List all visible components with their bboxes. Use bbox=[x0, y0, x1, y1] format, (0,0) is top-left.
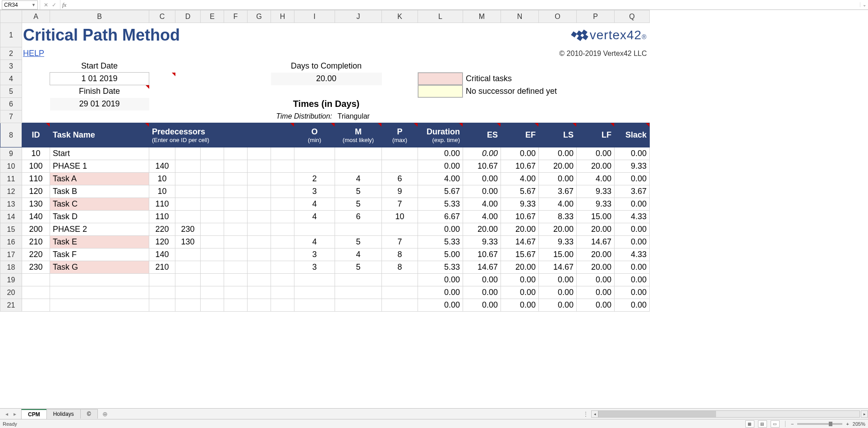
col-header[interactable]: G bbox=[248, 10, 271, 23]
cell-predecessor[interactable] bbox=[224, 274, 248, 286]
row-header[interactable]: 1 bbox=[0, 23, 22, 47]
row-header[interactable]: 6 bbox=[0, 98, 22, 110]
cell-ls[interactable]: 0.00 bbox=[539, 286, 577, 299]
cell-slack[interactable]: 0.00 bbox=[615, 236, 650, 249]
cell-ls[interactable]: 4.00 bbox=[539, 198, 577, 211]
cell-lf[interactable]: 0.00 bbox=[577, 299, 615, 312]
spreadsheet-grid[interactable]: A B C D E F G H I J K L M N O P Q 1 Crit… bbox=[0, 10, 650, 312]
cell-ls[interactable]: 0.00 bbox=[539, 147, 577, 160]
cell-ls[interactable]: 15.00 bbox=[539, 249, 577, 261]
col-header[interactable]: F bbox=[224, 10, 248, 23]
cell-lf[interactable]: 15.00 bbox=[577, 211, 615, 223]
row-header[interactable]: 11 bbox=[0, 173, 22, 185]
tab-nav[interactable]: ◂ ▸ bbox=[0, 411, 22, 417]
cell-predecessor[interactable]: 10 bbox=[149, 173, 175, 185]
cell-slack[interactable]: 0.00 bbox=[615, 147, 650, 160]
cell-slack[interactable]: 9.33 bbox=[615, 160, 650, 173]
cell-es[interactable]: 4.00 bbox=[463, 198, 501, 211]
cell-predecessor[interactable] bbox=[175, 160, 201, 173]
cell-predecessor[interactable]: 10 bbox=[149, 185, 175, 198]
cell-lf[interactable]: 0.00 bbox=[577, 274, 615, 286]
view-normal-icon[interactable]: ▦ bbox=[745, 420, 754, 428]
cell-predecessor[interactable] bbox=[224, 286, 248, 299]
cell-dur[interactable]: 5.33 bbox=[418, 198, 463, 211]
col-header[interactable]: J bbox=[335, 10, 382, 23]
scroll-right-icon[interactable]: ▸ bbox=[861, 410, 868, 418]
cell-predecessor[interactable]: 220 bbox=[149, 223, 175, 236]
cell-predecessor[interactable] bbox=[201, 147, 224, 160]
cell-predecessor[interactable] bbox=[224, 211, 248, 223]
cell-p[interactable] bbox=[382, 160, 418, 173]
cell-lf[interactable]: 0.00 bbox=[577, 147, 615, 160]
cell-ef[interactable]: 5.67 bbox=[501, 185, 539, 198]
cell-predecessor[interactable] bbox=[271, 147, 294, 160]
cell-m[interactable]: 6 bbox=[335, 211, 382, 223]
cell-predecessor[interactable] bbox=[271, 299, 294, 312]
row-header[interactable]: 8 bbox=[0, 123, 22, 147]
cell-ef[interactable]: 0.00 bbox=[501, 274, 539, 286]
cell-predecessor[interactable] bbox=[248, 286, 271, 299]
cell-es[interactable]: 10.67 bbox=[463, 160, 501, 173]
cell-id[interactable] bbox=[22, 274, 50, 286]
tab-first-icon[interactable]: ◂ bbox=[4, 411, 10, 417]
row-header[interactable]: 5 bbox=[0, 85, 22, 98]
cell-predecessor[interactable] bbox=[224, 198, 248, 211]
cell-predecessor[interactable] bbox=[175, 173, 201, 185]
cell-lf[interactable]: 20.00 bbox=[577, 160, 615, 173]
cell-predecessor[interactable]: 230 bbox=[175, 223, 201, 236]
cell-slack[interactable]: 4.33 bbox=[615, 249, 650, 261]
cell-task-name[interactable]: Task D bbox=[50, 211, 149, 223]
cell-ls[interactable]: 20.00 bbox=[539, 223, 577, 236]
cell-predecessor[interactable] bbox=[271, 211, 294, 223]
cell-ls[interactable]: 9.33 bbox=[539, 236, 577, 249]
cell-lf[interactable]: 9.33 bbox=[577, 185, 615, 198]
cell-predecessor[interactable] bbox=[175, 185, 201, 198]
cell-m[interactable] bbox=[335, 286, 382, 299]
cell-predecessor[interactable] bbox=[149, 147, 175, 160]
row-header[interactable]: 16 bbox=[0, 236, 22, 249]
col-header[interactable]: I bbox=[294, 10, 335, 23]
cell-es[interactable]: 0.00 bbox=[463, 173, 501, 185]
cell-ls[interactable]: 0.00 bbox=[539, 274, 577, 286]
cell-slack[interactable]: 0.00 bbox=[615, 173, 650, 185]
zoom-thumb[interactable] bbox=[829, 422, 832, 426]
cell-m[interactable] bbox=[335, 160, 382, 173]
cell-es[interactable]: 0.00 bbox=[463, 274, 501, 286]
cell-ef[interactable]: 0.00 bbox=[501, 286, 539, 299]
table-row[interactable]: 200.000.000.000.000.000.00 bbox=[0, 286, 650, 299]
table-row[interactable]: 10100PHASE 11400.0010.6710.6720.0020.009… bbox=[0, 160, 650, 173]
cell-slack[interactable]: 0.00 bbox=[615, 223, 650, 236]
cell-lf[interactable]: 20.00 bbox=[577, 249, 615, 261]
cell-predecessor[interactable] bbox=[201, 160, 224, 173]
cell-o[interactable] bbox=[294, 147, 335, 160]
cell-o[interactable]: 4 bbox=[294, 211, 335, 223]
cell-dur[interactable]: 0.00 bbox=[418, 274, 463, 286]
cell-lf[interactable]: 9.33 bbox=[577, 198, 615, 211]
cell-predecessor[interactable] bbox=[248, 236, 271, 249]
cell-predecessor[interactable] bbox=[149, 274, 175, 286]
cell-id[interactable]: 110 bbox=[22, 173, 50, 185]
cell-dur[interactable]: 5.33 bbox=[418, 261, 463, 274]
hscroll-thumb[interactable] bbox=[599, 411, 716, 417]
cell-id[interactable] bbox=[22, 286, 50, 299]
cell-o[interactable] bbox=[294, 160, 335, 173]
cell-ls[interactable]: 20.00 bbox=[539, 160, 577, 173]
col-header[interactable]: D bbox=[175, 10, 201, 23]
cell-es[interactable]: 0.00 bbox=[463, 147, 501, 160]
cell-id[interactable]: 130 bbox=[22, 198, 50, 211]
cell-predecessor[interactable] bbox=[201, 185, 224, 198]
table-row[interactable]: 14140Task D11046106.674.0010.678.3315.00… bbox=[0, 211, 650, 223]
cell-predecessor[interactable] bbox=[175, 198, 201, 211]
cell-task-name[interactable]: Task F bbox=[50, 249, 149, 261]
cell-dur[interactable]: 0.00 bbox=[418, 299, 463, 312]
cell-m[interactable]: 5 bbox=[335, 261, 382, 274]
table-row[interactable]: 190.000.000.000.000.000.00 bbox=[0, 274, 650, 286]
cell-predecessor[interactable] bbox=[248, 299, 271, 312]
sheet-tab-holidays[interactable]: Holidays bbox=[46, 409, 81, 419]
cell-p[interactable] bbox=[382, 223, 418, 236]
cell-predecessor[interactable] bbox=[248, 274, 271, 286]
cell-ls[interactable]: 14.67 bbox=[539, 261, 577, 274]
cell-predecessor[interactable] bbox=[271, 185, 294, 198]
cell-o[interactable]: 2 bbox=[294, 173, 335, 185]
cell-predecessor[interactable] bbox=[175, 249, 201, 261]
